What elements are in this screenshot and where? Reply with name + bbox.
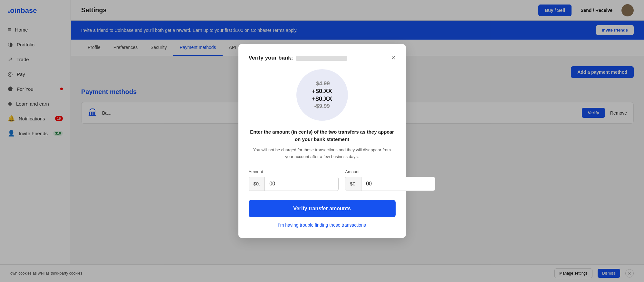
modal-header: Verify your bank: × [249, 54, 396, 61]
circle-amount-2: +$0.XX [312, 88, 332, 95]
circle-amount-3: +$0.XX [312, 95, 332, 102]
amounts-row: Amount $0. Amount $0. [249, 169, 396, 191]
modal-overlay[interactable]: Verify your bank: × -$4.99 +$0.XX +$0.XX… [0, 0, 644, 282]
modal-close-button[interactable]: × [391, 54, 396, 61]
bank-redacted-display [296, 56, 347, 61]
amount-input-2[interactable] [361, 177, 435, 191]
circle-amount-4: -$9.99 [314, 103, 330, 109]
amount-prefix-1: $0. [249, 177, 265, 191]
amount-input-1[interactable] [265, 177, 338, 191]
modal-title: Verify your bank: [249, 55, 389, 61]
amount-prefix-2: $0. [345, 177, 361, 191]
trouble-finding-link[interactable]: I'm having trouble finding these transac… [249, 222, 396, 228]
verify-transfer-button[interactable]: Verify transfer amounts [249, 200, 396, 217]
amount-group-2: Amount $0. [345, 169, 435, 191]
transfer-amounts-circle: -$4.99 +$0.XX +$0.XX -$9.99 [296, 69, 348, 121]
modal-subdescription: You will not be charged for these transa… [249, 147, 396, 160]
amount-label-1: Amount [249, 169, 339, 174]
circle-amount-1: -$4.99 [314, 80, 330, 87]
verify-bank-modal: Verify your bank: × -$4.99 +$0.XX +$0.XX… [238, 44, 406, 238]
amount-label-2: Amount [345, 169, 435, 174]
amount-input-wrap-1: $0. [249, 177, 339, 191]
amount-input-wrap-2: $0. [345, 177, 435, 191]
amount-group-1: Amount $0. [249, 169, 339, 191]
modal-description: Enter the amount (in cents) of the two t… [249, 128, 396, 143]
